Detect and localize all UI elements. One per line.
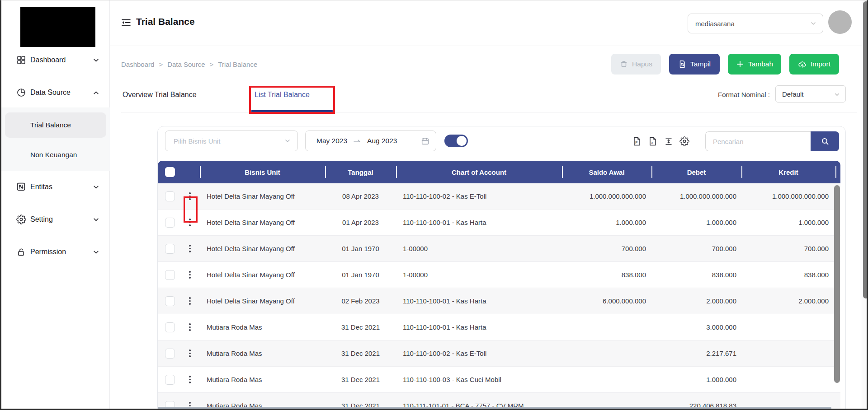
tab-overview-trial-balance[interactable]: Overview Trial Balance bbox=[123, 91, 197, 99]
cell-kredit: 1.000.000.000.000 bbox=[741, 183, 835, 209]
select-all-checkbox[interactable] bbox=[165, 167, 175, 177]
row-checkbox[interactable] bbox=[165, 349, 175, 359]
table-settings-icon[interactable] bbox=[679, 136, 689, 146]
header-overflow-sliver bbox=[835, 161, 840, 183]
menu-fold-icon[interactable] bbox=[121, 17, 132, 28]
header-kredit[interactable]: Kredit bbox=[741, 161, 835, 183]
sidebar-item-entitas[interactable]: Entitas bbox=[1, 177, 110, 197]
row-checkbox[interactable] bbox=[165, 244, 175, 254]
row-menu-icon[interactable] bbox=[187, 217, 193, 228]
plus-icon bbox=[736, 60, 744, 68]
sidebar-item-data-source[interactable]: Data Source bbox=[1, 83, 110, 102]
bisnis-unit-select[interactable]: Pilih Bisnis Unit bbox=[165, 130, 298, 151]
cell-tanggal: 08 Apr 2023 bbox=[325, 183, 396, 209]
sidebar-item-non-keuangan[interactable]: Non Keuangan bbox=[1, 145, 110, 165]
header-debet[interactable]: Debet bbox=[651, 161, 741, 183]
cell-saldo-awal bbox=[562, 314, 651, 340]
avatar[interactable] bbox=[828, 10, 852, 34]
tampil-button[interactable]: Tampil bbox=[669, 54, 720, 75]
cell-saldo-awal: 1.000.000 bbox=[562, 210, 651, 235]
breadcrumb-dashboard[interactable]: Dashboard bbox=[121, 61, 154, 68]
cell-debet: 1.000.000 bbox=[651, 210, 741, 235]
pdf-export-icon[interactable]: P bbox=[632, 136, 642, 146]
cell-bisnis-unit: Mutiara Roda Mas bbox=[200, 340, 325, 366]
cell-chart-of-account: 110-110-100-01 - Kas Harta bbox=[396, 210, 562, 235]
cell-debet: 3.000.000 bbox=[651, 314, 741, 340]
header-tanggal[interactable]: Tanggal bbox=[325, 161, 396, 183]
cell-kredit: 1.000.000 bbox=[741, 210, 835, 235]
tabs-divider bbox=[121, 112, 857, 112]
column-height-icon[interactable] bbox=[664, 136, 674, 146]
header-saldo-awal[interactable]: Saldo Awal bbox=[562, 161, 651, 183]
cell-bisnis-unit: Hotel Delta Sinar Mayang Off bbox=[200, 262, 325, 288]
row-checkbox[interactable] bbox=[165, 322, 175, 332]
row-checkbox[interactable] bbox=[165, 375, 175, 385]
cell-tanggal: 01 Jan 1970 bbox=[325, 236, 396, 261]
row-checkbox[interactable] bbox=[165, 296, 175, 306]
arrow-right-icon bbox=[353, 136, 362, 145]
cell-saldo-awal: 700.000 bbox=[562, 236, 651, 261]
row-checkbox[interactable] bbox=[165, 218, 175, 228]
date-end[interactable]: Aug 2023 bbox=[367, 137, 397, 145]
cell-tanggal: 31 Dec 2021 bbox=[325, 367, 396, 392]
tambah-button[interactable]: Tambah bbox=[728, 54, 781, 75]
cell-kredit: 700.000 bbox=[741, 236, 835, 261]
cell-kredit: 838.000 bbox=[741, 262, 835, 288]
tab-list-trial-balance[interactable]: List Trial Balance bbox=[255, 91, 310, 99]
table-vertical-scrollbar[interactable] bbox=[834, 185, 840, 383]
row-menu-icon[interactable] bbox=[187, 243, 193, 254]
search-input[interactable] bbox=[705, 131, 811, 151]
row-menu-icon[interactable] bbox=[187, 321, 193, 333]
sidebar-item-dashboard[interactable]: Dashboard bbox=[1, 50, 110, 70]
table-horizontal-scrollbar[interactable] bbox=[158, 407, 831, 410]
cell-chart-of-account: 1-00000 bbox=[396, 236, 562, 261]
page-scrollbar-thumb[interactable] bbox=[863, 1, 868, 298]
submenu-item-label: Trial Balance bbox=[30, 121, 71, 129]
sidebar-item-permission[interactable]: Permission bbox=[1, 242, 110, 262]
toggle-knob bbox=[457, 136, 467, 146]
sidebar-item-setting[interactable]: Setting bbox=[1, 210, 110, 229]
row-menu-icon[interactable] bbox=[187, 295, 193, 307]
table-row: Hotel Delta Sinar Mayang Off 01 Apr 2023… bbox=[158, 210, 840, 236]
import-button[interactable]: Import bbox=[789, 54, 839, 75]
cell-chart-of-account: 1-00000 bbox=[396, 262, 562, 288]
row-menu-icon[interactable] bbox=[187, 348, 193, 359]
sidebar-item-trial-balance[interactable]: Trial Balance bbox=[5, 112, 106, 138]
topbar-divider bbox=[110, 46, 868, 46]
tenant-select[interactable]: mediasarana bbox=[688, 14, 823, 33]
cell-debet: 1.000.000.000.000 bbox=[651, 183, 741, 209]
header-chart-of-account[interactable]: Chart of Account bbox=[396, 161, 562, 183]
format-nominal-select[interactable]: Default bbox=[775, 85, 846, 102]
submenu-item-label: Non Keuangan bbox=[30, 151, 77, 159]
breadcrumb-trial-balance[interactable]: Trial Balance bbox=[218, 61, 257, 68]
header-bisnis-unit[interactable]: Bisnis Unit bbox=[200, 161, 325, 183]
cell-chart-of-account: 110-110-100-02 - Kas E-Toll bbox=[396, 340, 562, 366]
cell-chart-of-account: 110-110-100-01 - Kas Harta bbox=[396, 314, 562, 340]
row-checkbox[interactable] bbox=[165, 270, 175, 280]
breadcrumb-data-source[interactable]: Data Source bbox=[167, 61, 205, 68]
cell-chart-of-account: 110-110-100-01 - Kas Harta bbox=[396, 288, 562, 314]
row-menu-icon[interactable] bbox=[187, 191, 193, 202]
table-row: Mutiara Roda Mas 31 Dec 2021 110-110-100… bbox=[158, 314, 840, 340]
data-source-submenu: Trial Balance Non Keuangan bbox=[1, 107, 110, 171]
cell-debet: 2.217.671 bbox=[651, 340, 741, 366]
date-start[interactable]: May 2023 bbox=[316, 137, 347, 145]
sidebar-item-label: Setting bbox=[30, 215, 53, 224]
format-nominal-value: Default bbox=[782, 90, 804, 98]
search-button[interactable] bbox=[811, 131, 839, 151]
cell-kredit bbox=[741, 314, 835, 340]
row-checkbox[interactable] bbox=[165, 191, 175, 201]
tenant-select-value: mediasarana bbox=[695, 20, 735, 28]
table-header: Bisnis Unit Tanggal Chart of Account Sal… bbox=[158, 161, 840, 183]
bisnis-unit-placeholder: Pilih Bisnis Unit bbox=[174, 137, 220, 145]
row-menu-icon[interactable] bbox=[187, 374, 193, 385]
cell-bisnis-unit: Hotel Delta Sinar Mayang Off bbox=[200, 183, 325, 209]
sidebar-item-label: Entitas bbox=[30, 183, 52, 191]
excel-export-icon[interactable]: x bbox=[648, 136, 658, 146]
filter-toggle[interactable] bbox=[444, 135, 468, 147]
chevron-down-icon bbox=[93, 184, 99, 191]
hapus-button[interactable]: Hapus bbox=[611, 54, 661, 75]
page-title: Trial Balance bbox=[136, 16, 195, 27]
row-menu-icon[interactable] bbox=[187, 269, 193, 280]
date-range-picker[interactable]: May 2023 Aug 2023 bbox=[305, 130, 436, 151]
